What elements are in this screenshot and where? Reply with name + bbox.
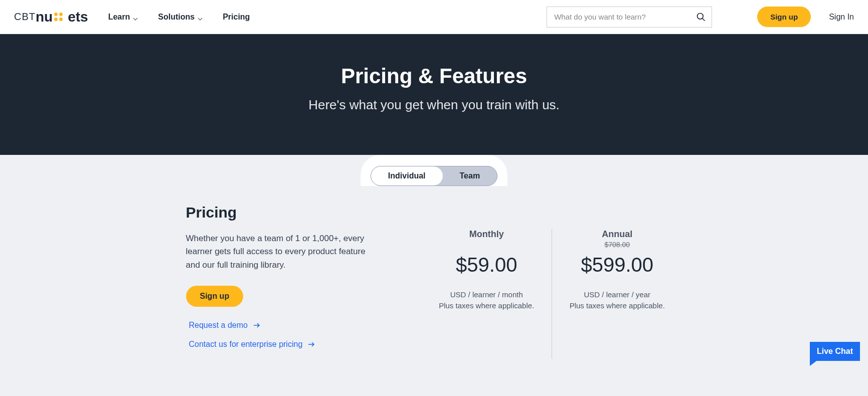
live-chat[interactable]: Live Chat [810, 342, 860, 361]
pricing-heading: Pricing [186, 204, 402, 221]
hero-subtitle: Here's what you get when you train with … [0, 97, 868, 113]
monthly-sub1: USD / learner / month [422, 289, 552, 300]
pricing-left: Pricing Whether you have a team of 1 or … [186, 204, 402, 359]
nav-solutions[interactable]: Solutions [158, 13, 203, 22]
plan-toggle: Individual Team [371, 166, 497, 186]
nav-pricing-label: Pricing [223, 13, 250, 22]
svg-line-1 [703, 18, 705, 21]
logo-ets: ets [68, 9, 88, 25]
enterprise-pricing-link[interactable]: Contact us for enterprise pricing [189, 340, 402, 349]
enterprise-pricing-label: Contact us for enterprise pricing [189, 340, 303, 349]
hero: Pricing & Features Here's what you get w… [0, 34, 868, 173]
chevron-down-icon [198, 15, 203, 20]
signin-link[interactable]: Sign In [829, 13, 854, 22]
pricing-body: Whether you have a team of 1 or 1,000+, … [186, 232, 367, 272]
annual-price: $599.00 [552, 254, 682, 276]
annual-label: Annual [552, 229, 682, 240]
nav-learn-label: Learn [108, 13, 130, 22]
chevron-down-icon [133, 15, 138, 20]
monthly-label: Monthly [422, 229, 552, 240]
annual-sub2: Plus taxes where applicable. [552, 300, 682, 311]
search-wrap [547, 7, 712, 28]
search-icon[interactable] [696, 12, 706, 22]
toggle-individual[interactable]: Individual [371, 166, 443, 185]
logo-dots-icon [54, 12, 67, 22]
live-chat-button[interactable]: Live Chat [810, 342, 860, 361]
logo-cbt: CBT [14, 11, 36, 23]
signup-button[interactable]: Sign up [757, 7, 811, 27]
monthly-sub2: Plus taxes where applicable. [422, 300, 552, 311]
pricing-signup-button[interactable]: Sign up [186, 286, 244, 307]
header: CBT nu ets Learn Solutions Pricing [0, 0, 868, 34]
annual-sub1: USD / learner / year [552, 289, 682, 300]
price-card-monthly: Monthly $59.00 USD / learner / month Plu… [422, 229, 553, 359]
arrow-right-icon [253, 321, 261, 329]
nav-learn[interactable]: Learn [108, 13, 138, 22]
monthly-strike [422, 241, 552, 250]
arrow-right-icon [307, 340, 315, 348]
toggle-team[interactable]: Team [443, 166, 497, 185]
price-card-annual: Annual $708.00 $599.00 USD / learner / y… [552, 229, 682, 359]
monthly-price: $59.00 [422, 254, 552, 276]
logo-nu: nu [36, 9, 53, 25]
plan-toggle-wrap: Individual Team [0, 155, 868, 186]
pricing-section: Pricing Whether you have a team of 1 or … [0, 186, 868, 396]
main-nav: Learn Solutions Pricing [108, 13, 250, 22]
logo[interactable]: CBT nu ets [14, 9, 88, 25]
pricing-cards: Monthly $59.00 USD / learner / month Plu… [422, 204, 682, 359]
nav-pricing[interactable]: Pricing [223, 13, 250, 22]
request-demo-link[interactable]: Request a demo [189, 321, 402, 330]
request-demo-label: Request a demo [189, 321, 248, 330]
annual-strike: $708.00 [552, 241, 682, 250]
search-input[interactable] [547, 7, 712, 28]
live-chat-label: Live Chat [817, 347, 853, 355]
nav-solutions-label: Solutions [158, 13, 195, 22]
chat-tail-icon [810, 360, 818, 366]
hero-title: Pricing & Features [0, 64, 868, 88]
svg-point-0 [698, 13, 704, 19]
